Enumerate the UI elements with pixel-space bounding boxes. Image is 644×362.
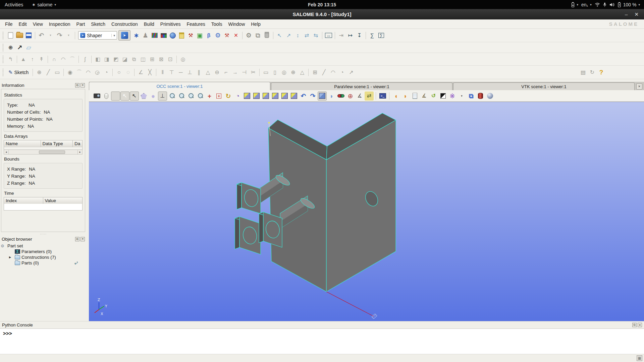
column-header[interactable]: Index <box>4 197 43 204</box>
tree-item-constructions[interactable]: ▶ Constructions (7) <box>1 254 85 260</box>
menu-item[interactable]: Part <box>73 21 88 27</box>
keyboard-indicator-icon[interactable]: ▦ <box>637 355 642 361</box>
constraint-angle-icon[interactable]: △ <box>203 68 212 77</box>
sketch-refresh-icon[interactable]: ↻ <box>588 68 597 77</box>
tab-close-button[interactable]: ✕ <box>636 83 642 89</box>
registry-module-icon[interactable] <box>159 31 168 40</box>
toolbar-grip[interactable] <box>3 44 3 51</box>
constraint-radius-icon[interactable]: ⊖ <box>212 68 221 77</box>
constraint-horizontal-icon[interactable]: ─ <box>176 68 185 77</box>
measurement-button[interactable]: ∡ <box>420 92 429 101</box>
column-header[interactable]: Data Type <box>41 140 73 147</box>
occ-3d-viewport[interactable]: Z Y X <box>89 102 644 321</box>
hammer-red-icon[interactable]: ⚒ <box>222 31 231 40</box>
download-icon[interactable]: ↧ <box>355 31 364 40</box>
sum-table-icon[interactable]: ∑ <box>377 31 386 40</box>
rotate-view-button[interactable]: ↻ <box>224 92 233 101</box>
menu-item[interactable]: Build <box>141 21 157 27</box>
sketch-button[interactable]: ✎ Sketch <box>6 68 31 77</box>
sketch-extra-icon[interactable]: ▤ <box>579 68 588 77</box>
preset-views-right-icon[interactable]: ◗ <box>401 92 410 101</box>
wifi-icon[interactable] <box>595 2 600 7</box>
bottom-view-button[interactable] <box>271 92 280 101</box>
3d-scene[interactable]: Z Y X <box>89 102 644 321</box>
boolean-remove-icon[interactable]: ⊠ <box>157 55 166 64</box>
shortcuts-dropdown[interactable]: ▾ <box>457 92 466 101</box>
operation-scale-icon[interactable]: ↕ <box>293 31 302 40</box>
dump-view-button[interactable] <box>92 92 101 101</box>
whats-this-help-button[interactable]: ? <box>597 68 606 77</box>
isometric-view-button[interactable] <box>318 92 327 101</box>
auto-rotation-button[interactable]: ↺ <box>429 92 438 101</box>
constraint-vertical-icon[interactable]: ⊥ <box>185 68 194 77</box>
select-cursor-yellow-button[interactable]: ↖ <box>130 92 139 101</box>
toolbar-grip[interactable] <box>3 69 3 76</box>
view-undo-button[interactable]: ↶ <box>299 92 308 101</box>
feature-revolve-cut-icon[interactable]: ◠ <box>59 55 68 64</box>
minimize-button[interactable]: – <box>625 11 628 17</box>
sketch-arc-tangent-icon[interactable]: ◶ <box>93 68 102 77</box>
snap-center-icon[interactable]: ⊕ <box>6 43 15 52</box>
vertex-marker[interactable] <box>268 122 270 124</box>
undo-button[interactable]: ↶ <box>37 31 46 40</box>
undo-history-dropdown[interactable]: ▾ <box>46 31 55 40</box>
sketch-split-icon[interactable]: ╳ <box>145 68 154 77</box>
sketch-circle-sel-icon[interactable]: ◎ <box>279 68 288 77</box>
preset-views-left-icon[interactable]: ◖ <box>391 92 400 101</box>
delete-icon[interactable] <box>262 31 271 40</box>
background-color-button[interactable] <box>438 92 447 101</box>
close-panel-icon[interactable]: ✕ <box>80 83 85 87</box>
horizontal-scrollbar[interactable]: ◂ ▸ <box>4 150 83 155</box>
web-module-icon[interactable] <box>168 31 177 40</box>
feature-extrude-cut-icon[interactable]: ↑ <box>28 55 37 64</box>
show-in-viewer-icon[interactable]: ↩ <box>73 259 79 267</box>
column-header[interactable]: Name <box>4 140 41 147</box>
menu-item[interactable]: Features <box>184 21 208 27</box>
menu-item[interactable]: Window <box>225 21 248 27</box>
menu-item[interactable]: Sketch <box>88 21 108 27</box>
undock-panel-icon[interactable]: ⧉ <box>75 237 79 241</box>
tree-item-parts[interactable]: Parts (0) ↩ <box>1 260 85 266</box>
constraint-perpendicular-icon[interactable]: ⊤ <box>167 68 176 77</box>
construction-axis-line[interactable] <box>326 292 374 316</box>
feature-extrude-fuse-icon[interactable]: ↟ <box>37 55 46 64</box>
import-icon[interactable]: ⇥ <box>337 31 346 40</box>
polygon-selection-button[interactable] <box>139 92 148 101</box>
feature-pipe-icon[interactable]: ∫ <box>80 55 90 64</box>
tab-paraview-viewer[interactable]: ParaView scene:1 - viewer:1 <box>271 82 452 90</box>
constraint-distance-icon[interactable]: ‖ <box>158 68 167 77</box>
save-document-button[interactable] <box>24 31 33 40</box>
constraint-length-icon[interactable]: ⌐ <box>221 68 230 77</box>
menu-item[interactable]: Construction <box>108 21 141 27</box>
boolean-partition-icon[interactable]: ◫ <box>139 55 148 64</box>
sketch-vector-icon[interactable]: ↗ <box>346 68 356 77</box>
show-trihedron-button[interactable]: ⊥ <box>158 92 167 101</box>
sphere-display-button[interactable] <box>485 92 494 101</box>
feature-fillet-icon[interactable]: ◎ <box>178 55 187 64</box>
flange-front[interactable] <box>239 217 261 254</box>
sketch-trim-icon[interactable]: ✂ <box>249 68 258 77</box>
window-titlebar[interactable]: SALOME 9.4.0 - [Study1] – ✕ <box>0 9 644 19</box>
menu-item[interactable]: Edit <box>16 21 30 27</box>
close-panel-icon[interactable]: ✕ <box>638 323 642 327</box>
shortcuts-button[interactable]: ※ <box>448 92 457 101</box>
tree-item-parameters[interactable]: Σ Parameters (0) <box>1 249 85 254</box>
feature-extrude-icon[interactable]: ▲ <box>19 55 28 64</box>
box-green-icon[interactable]: ▣ <box>195 31 204 40</box>
change-viewpoint-button[interactable]: ◔ <box>233 92 242 101</box>
microphone-icon[interactable] <box>603 2 606 7</box>
fit-width-icon[interactable]: ↔ <box>324 31 333 40</box>
split-red-icon[interactable]: ✕ <box>231 31 240 40</box>
sculpt-module-icon[interactable]: ♟ <box>141 31 150 40</box>
vertical-splitter[interactable] <box>87 82 89 321</box>
column-header[interactable]: Value <box>43 197 83 204</box>
flange-side[interactable] <box>235 217 239 249</box>
view-redo-button[interactable]: ↷ <box>308 92 317 101</box>
shaper-module-button[interactable]: ➤ <box>118 30 130 41</box>
operation-swap-icon[interactable]: ⇄ <box>302 31 311 40</box>
menu-item[interactable]: Inspection <box>46 21 73 27</box>
redo-button[interactable]: ↷ <box>55 31 64 40</box>
tree-item-part-set[interactable]: ⚙ Part set <box>1 243 85 249</box>
scroll-right-arrow[interactable]: ▸ <box>77 150 82 154</box>
sketch-triangle-icon[interactable]: △ <box>298 68 307 77</box>
